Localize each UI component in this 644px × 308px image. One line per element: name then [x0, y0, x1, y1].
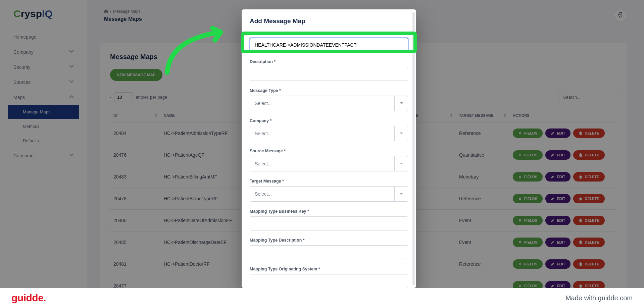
footer-tagline: Made with guidde.com [565, 294, 633, 302]
fields-button[interactable]: FIELDS [513, 216, 543, 225]
chevron-down-icon [69, 79, 74, 85]
cell-id: 20481 [110, 253, 160, 275]
modal-scrollbar[interactable] [412, 12, 415, 285]
chevron-down-icon [394, 126, 408, 141]
business-key-input[interactable] [250, 216, 408, 230]
cell-target: Event [456, 210, 509, 232]
cell-id: 20478 [110, 188, 160, 210]
nav-sub-manage-maps[interactable]: Manage Maps [8, 105, 79, 119]
edit-button[interactable]: EDIT [545, 150, 571, 160]
fields-button[interactable]: FIELDS [513, 194, 543, 203]
sort-icon [504, 114, 506, 117]
description-label: Description * [250, 59, 408, 64]
logout-button[interactable] [614, 9, 627, 22]
sidebar: CryspIQ Homepage Company Security Source… [0, 0, 87, 308]
delete-button[interactable]: DELETE [573, 216, 604, 225]
app-logo: CryspIQ [0, 8, 87, 30]
home-icon[interactable] [104, 9, 108, 14]
entries-per-page: ‹ entries per page [110, 92, 167, 102]
guidde-logo: guidde. [11, 292, 46, 304]
col-id[interactable]: ID [110, 109, 160, 122]
nav-sub-methods[interactable]: Methods [0, 119, 87, 134]
edit-button[interactable]: EDIT [545, 259, 571, 269]
delete-button[interactable]: DELETE [573, 172, 604, 182]
originating-input[interactable] [250, 274, 408, 288]
edit-button[interactable]: EDIT [545, 238, 571, 247]
message-type-select[interactable]: Select... [250, 96, 408, 111]
chevron-down-icon [394, 156, 408, 171]
sort-icon [450, 114, 452, 117]
cell-target: Reference [456, 188, 509, 210]
delete-button[interactable]: DELETE [573, 150, 604, 160]
cell-target: Quantitative [456, 144, 509, 166]
cell-target: Monetary [456, 166, 509, 188]
cell-id: 20484 [110, 122, 160, 144]
chevron-up-icon [69, 94, 74, 100]
edit-button[interactable]: EDIT [545, 194, 571, 203]
entries-input[interactable] [114, 92, 133, 102]
edit-button[interactable]: EDIT [545, 129, 571, 138]
nav-maps[interactable]: Maps [0, 90, 87, 105]
company-label: Company * [250, 118, 408, 123]
cell-actions: FIELDSEDITDELETE [509, 210, 617, 232]
nav-sub-label: Defaults [23, 138, 39, 143]
business-key-label: Mapping Type Business Key * [250, 209, 408, 214]
search-input[interactable] [558, 91, 617, 103]
chevron-down-icon [69, 153, 74, 158]
target-message-select[interactable]: Select... [250, 186, 408, 202]
nav-label: Security [13, 64, 31, 70]
cell-id: 20476 [110, 144, 160, 166]
modal-title: Add Message Map [242, 9, 416, 31]
col-actions: ACTIONS [509, 109, 617, 122]
mapping-desc-label: Mapping Type Description * [250, 238, 408, 243]
fields-button[interactable]: FIELDS [513, 238, 543, 247]
target-message-label: Target Message * [250, 179, 408, 184]
nav-homepage[interactable]: Homepage [0, 30, 87, 44]
chevron-down-icon [394, 187, 408, 201]
delete-button[interactable]: DELETE [573, 194, 604, 203]
nav-label: Maps [13, 95, 25, 100]
breadcrumb-sep: / [110, 9, 111, 14]
nav-label: Homepage [13, 34, 37, 40]
delete-button[interactable]: DELETE [573, 129, 604, 138]
delete-button[interactable]: DELETE [573, 259, 604, 269]
nav-sources[interactable]: Sources [0, 74, 87, 90]
col-target[interactable]: TARGET MESSAGE [456, 109, 509, 122]
company-select[interactable]: Select... [250, 126, 408, 141]
cell-id: 20483 [110, 166, 160, 188]
message-type-label: Message Type * [250, 88, 408, 93]
nav-label: Consume [13, 153, 34, 158]
cell-id: 20485 [110, 232, 160, 253]
fields-button[interactable]: FIELDS [513, 172, 543, 182]
nav-security[interactable]: Security [0, 59, 87, 74]
delete-button[interactable]: DELETE [573, 238, 604, 247]
breadcrumb-item[interactable]: Message Maps [113, 9, 140, 14]
cell-actions: FIELDSEDITDELETE [509, 122, 617, 144]
edit-button[interactable]: EDIT [545, 172, 571, 182]
fields-button[interactable]: FIELDS [513, 150, 543, 160]
cell-actions: FIELDSEDITDELETE [509, 232, 617, 253]
select-placeholder: Select... [250, 187, 394, 201]
cell-target: Reference [456, 122, 509, 144]
chevron-down-icon [69, 49, 74, 55]
entries-arrow-icon[interactable]: ‹ [110, 95, 111, 100]
sort-icon [155, 114, 157, 117]
fields-button[interactable]: FIELDS [513, 129, 543, 138]
fields-button[interactable]: FIELDS [513, 259, 543, 269]
cell-target: Reference [456, 253, 509, 275]
nav-sub-label: Manage Maps [23, 109, 50, 114]
chevron-down-icon [394, 96, 408, 111]
edit-button[interactable]: EDIT [545, 216, 571, 225]
nav-label: Sources [13, 80, 31, 85]
new-message-map-button[interactable]: NEW MESSAGE MAP [110, 69, 162, 81]
nav-sub-defaults[interactable]: Defaults [0, 134, 87, 148]
logout-icon [618, 12, 623, 19]
nav-consume[interactable]: Consume [0, 148, 87, 163]
nav-company[interactable]: Company [0, 44, 87, 59]
breadcrumb: / Message Maps [104, 9, 142, 14]
source-message-select[interactable]: Select... [250, 156, 408, 171]
name-input[interactable] [250, 38, 408, 52]
chevron-down-icon [69, 64, 74, 70]
mapping-desc-input[interactable] [250, 245, 408, 259]
description-input[interactable] [250, 67, 408, 81]
